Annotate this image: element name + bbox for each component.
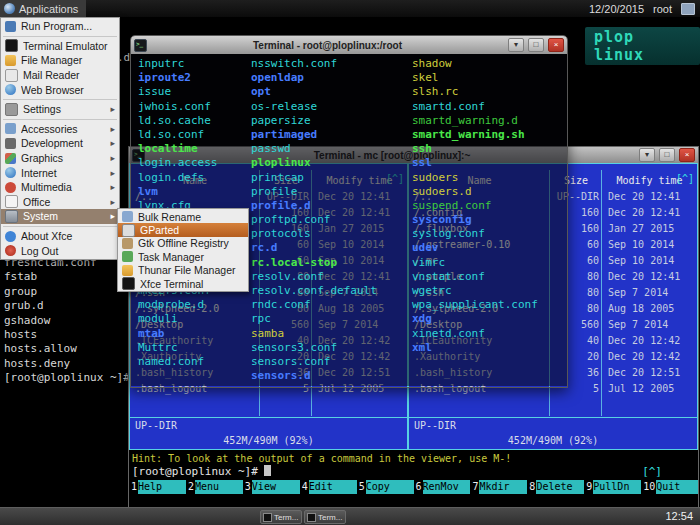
submenu-arrow-icon: ▸ (110, 211, 115, 221)
fkey-view[interactable]: 3View (243, 480, 300, 494)
menu-item-about-xfce[interactable]: About Xfce (1, 229, 119, 244)
menu-item-system[interactable]: System▸ (1, 209, 119, 224)
settings-icon (5, 103, 18, 116)
fkey-menu[interactable]: 2Menu (186, 480, 243, 494)
terminal-column: nsswitch.confopenldapoptos-releasepapers… (251, 57, 377, 383)
bg-terminal-line: hosts (4, 328, 136, 342)
file-entry: os-release (251, 100, 377, 114)
menu-item-label: Gtk Offline Registry (138, 237, 244, 249)
system-submenu: Bulk RenameGPartedGtk Offline RegistryTa… (117, 208, 249, 292)
taskbar-clock[interactable]: 12:54 (665, 508, 693, 525)
menu-separator (3, 99, 117, 100)
menu-item-graphics[interactable]: Graphics▸ (1, 151, 119, 166)
fkey-help[interactable]: 1Help (129, 480, 186, 494)
text-cursor (264, 465, 271, 476)
taskbar-window-button[interactable]: Term... (304, 510, 346, 524)
file-mtime: Aug 18 2005 (602, 301, 697, 317)
fkey-mkdir[interactable]: 7Mkdir (470, 480, 527, 494)
menu-item-file-manager[interactable]: File Manager (1, 53, 119, 68)
bg-terminal-line: [root@ploplinux ~]# (4, 371, 136, 385)
menu-item-terminal-emulator[interactable]: Terminal Emulator (1, 39, 119, 54)
fkey-copy[interactable]: 5Copy (357, 480, 414, 494)
menu-item-log-out[interactable]: Log Out (1, 243, 119, 258)
menu-item-label: Accessories (21, 123, 108, 135)
file-entry: profile.d (251, 199, 377, 213)
maximize-button[interactable]: □ (659, 148, 675, 162)
office-icon (5, 195, 18, 208)
file-entry: suspend.conf (412, 199, 538, 213)
file-entry: ploplinux (251, 156, 377, 170)
file-entry: lvm (138, 185, 217, 199)
file-entry: xml (412, 341, 538, 355)
close-button[interactable]: × (548, 38, 564, 52)
panel-right-group: 12/20/2015 root (589, 3, 700, 15)
panel-date[interactable]: 12/20/2015 (589, 3, 644, 15)
menu-item-multimedia[interactable]: Multimedia▸ (1, 180, 119, 195)
file-entry: rc.local-stop (251, 256, 377, 270)
maximize-button[interactable]: □ (528, 38, 544, 52)
menu-separator (3, 119, 117, 120)
file-entry: skel (412, 71, 538, 85)
history-marker[interactable]: [^] (642, 465, 662, 479)
registry-icon (122, 238, 133, 249)
menu-separator (3, 36, 117, 37)
submenu-item-task-manager[interactable]: Task Manager (118, 250, 248, 263)
menu-item-label: GParted (140, 224, 244, 236)
menu-item-label: Multimedia (21, 181, 108, 193)
applications-menu-button[interactable]: Applications (0, 0, 86, 17)
menu-item-web-browser[interactable]: Web Browser (1, 82, 119, 97)
file-entry: openldap (251, 71, 377, 85)
submenu-arrow-icon: ▸ (110, 104, 115, 114)
menu-item-accessories[interactable]: Accessories▸ (1, 122, 119, 137)
file-entry: xinetd.conf (412, 327, 538, 341)
minimize-button[interactable]: ▾ (639, 148, 655, 162)
file-entry: protocols (251, 227, 377, 241)
menu-item-label: Run Program... (21, 20, 115, 32)
accessories-icon (5, 123, 16, 134)
file-entry: partimaged (251, 128, 377, 142)
file-entry: wpa_supplicant.conf (412, 298, 538, 312)
applications-menu: Run Program...Terminal EmulatorFile Mana… (0, 17, 120, 260)
bg-terminal-line: grub.d (4, 299, 136, 313)
menu-item-office[interactable]: Office▸ (1, 195, 119, 210)
fkey-number: 10 (641, 480, 656, 494)
menu-item-development[interactable]: Development▸ (1, 136, 119, 151)
menu-item-run-program[interactable]: Run Program... (1, 19, 119, 34)
menu-item-label: Task Manager (138, 251, 244, 263)
fkey-delete[interactable]: 8Delete (527, 480, 584, 494)
submenu-item-bulk-rename[interactable]: Bulk Rename (118, 210, 248, 223)
desktop: { "panel": { "applications_label": "Appl… (0, 0, 700, 525)
fkey-label: Quit (656, 480, 698, 494)
file-entry: udev (412, 241, 538, 255)
fkey-number: 9 (584, 480, 593, 494)
menu-item-mail-reader[interactable]: Mail Reader (1, 68, 119, 83)
file-entry: modprobe.d (138, 298, 217, 312)
display-icon[interactable] (681, 3, 695, 15)
file-entry: resolv.conf (251, 270, 377, 284)
close-button[interactable]: × (679, 148, 695, 162)
menu-item-internet[interactable]: Internet▸ (1, 165, 119, 180)
menu-item-settings[interactable]: Settings▸ (1, 102, 119, 117)
mc-command-prompt[interactable]: [root@ploplinux ~]# [^] (129, 465, 698, 479)
submenu-item-thunar-file-manager[interactable]: Thunar File Manager (118, 264, 248, 277)
fkey-edit[interactable]: 4Edit (300, 480, 357, 494)
submenu-item-gparted[interactable]: GParted (118, 223, 248, 236)
file-entry: vnstat.conf (412, 270, 538, 284)
file-entry: localtime (138, 142, 217, 156)
file-entry: ssl (412, 156, 538, 170)
empty-line (412, 369, 538, 383)
fkey-number: 1 (129, 480, 138, 494)
menu-item-label: Web Browser (21, 84, 115, 96)
bg-terminal-line: gshadow (4, 314, 136, 328)
fkey-renmov[interactable]: 6RenMov (414, 480, 471, 494)
file-entry: profile (251, 185, 377, 199)
fkey-quit[interactable]: 10Quit (641, 480, 698, 494)
terminal-window-titlebar[interactable]: Terminal - root@ploplinux:/root ▾ □ × (131, 36, 567, 54)
fkey-pulldn[interactable]: 9PullDn (584, 480, 641, 494)
file-mtime: Jul 12 2005 (602, 381, 697, 397)
submenu-item-xfce-terminal[interactable]: Xfce Terminal (118, 277, 248, 290)
fkey-number: 5 (357, 480, 366, 494)
taskbar-window-button[interactable]: Term... (260, 510, 302, 524)
submenu-item-gtk-offline-registry[interactable]: Gtk Offline Registry (118, 237, 248, 250)
minimize-button[interactable]: ▾ (508, 38, 524, 52)
